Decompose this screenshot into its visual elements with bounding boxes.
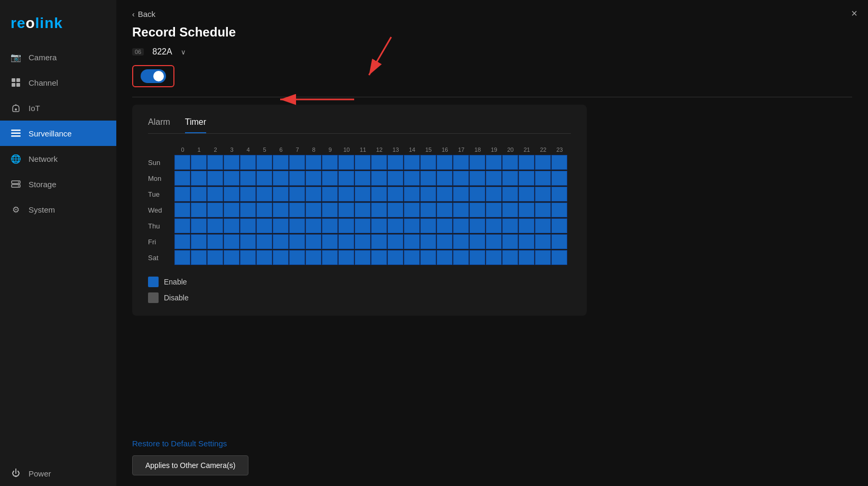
- grid-cell[interactable]: [306, 250, 321, 265]
- grid-cell[interactable]: [535, 155, 551, 170]
- grid-cell[interactable]: [502, 218, 518, 233]
- grid-cell[interactable]: [289, 187, 305, 201]
- grid-cell[interactable]: [306, 234, 321, 249]
- grid-cell[interactable]: [256, 187, 272, 201]
- grid-cell[interactable]: [306, 155, 321, 170]
- grid-cell[interactable]: [273, 155, 289, 170]
- grid-cell[interactable]: [486, 171, 502, 186]
- grid-cell[interactable]: [387, 218, 403, 233]
- grid-cell[interactable]: [256, 203, 272, 217]
- grid-cell[interactable]: [191, 155, 207, 170]
- close-button[interactable]: ×: [851, 7, 857, 20]
- grid-cell[interactable]: [289, 203, 305, 217]
- grid-cell[interactable]: [256, 171, 272, 186]
- grid-cell[interactable]: [174, 203, 190, 217]
- grid-cell[interactable]: [453, 250, 469, 265]
- grid-cell[interactable]: [322, 250, 338, 265]
- grid-cell[interactable]: [306, 171, 321, 186]
- grid-cell[interactable]: [404, 234, 420, 249]
- restore-defaults-link[interactable]: Restore to Default Settings: [132, 439, 555, 448]
- grid-cell[interactable]: [322, 234, 338, 249]
- grid-cell[interactable]: [519, 171, 534, 186]
- grid-cell[interactable]: [535, 234, 551, 249]
- grid-cell[interactable]: [355, 234, 371, 249]
- grid-cell[interactable]: [551, 203, 567, 217]
- back-button[interactable]: ‹ Back: [132, 10, 155, 19]
- apply-to-cameras-button[interactable]: Applies to Other Camera(s): [132, 455, 248, 475]
- grid-cell[interactable]: [387, 187, 403, 201]
- grid-cell[interactable]: [420, 234, 436, 249]
- sidebar-item-iot[interactable]: IoT: [0, 95, 116, 121]
- grid-cell[interactable]: [224, 155, 239, 170]
- grid-cell[interactable]: [469, 203, 485, 217]
- grid-cell[interactable]: [387, 203, 403, 217]
- grid-cell[interactable]: [535, 203, 551, 217]
- grid-cell[interactable]: [371, 250, 387, 265]
- grid-cell[interactable]: [371, 203, 387, 217]
- grid-cell[interactable]: [191, 250, 207, 265]
- grid-cell[interactable]: [420, 218, 436, 233]
- grid-cell[interactable]: [273, 250, 289, 265]
- grid-cell[interactable]: [404, 187, 420, 201]
- grid-cell[interactable]: [404, 203, 420, 217]
- grid-cell[interactable]: [437, 234, 453, 249]
- grid-cell[interactable]: [371, 187, 387, 201]
- grid-cell[interactable]: [420, 203, 436, 217]
- grid-cell[interactable]: [174, 187, 190, 201]
- record-enable-toggle[interactable]: [141, 69, 166, 83]
- grid-cell[interactable]: [453, 203, 469, 217]
- grid-cell[interactable]: [486, 203, 502, 217]
- grid-cell[interactable]: [338, 234, 354, 249]
- grid-cell[interactable]: [322, 171, 338, 186]
- grid-cell[interactable]: [502, 250, 518, 265]
- grid-cell[interactable]: [240, 187, 256, 201]
- grid-cell[interactable]: [551, 218, 567, 233]
- grid-cell[interactable]: [519, 234, 534, 249]
- grid-cell[interactable]: [387, 234, 403, 249]
- sidebar-item-surveillance[interactable]: Surveillance: [0, 121, 116, 146]
- grid-cell[interactable]: [502, 171, 518, 186]
- grid-cell[interactable]: [224, 218, 239, 233]
- grid-cell[interactable]: [453, 218, 469, 233]
- grid-cell[interactable]: [191, 203, 207, 217]
- grid-cell[interactable]: [207, 203, 223, 217]
- grid-cell[interactable]: [240, 218, 256, 233]
- grid-cell[interactable]: [437, 203, 453, 217]
- grid-cell[interactable]: [519, 218, 534, 233]
- power-button[interactable]: ⏻ Power: [0, 461, 116, 486]
- grid-cell[interactable]: [355, 218, 371, 233]
- grid-cell[interactable]: [273, 203, 289, 217]
- grid-cell[interactable]: [535, 187, 551, 201]
- grid-cell[interactable]: [420, 250, 436, 265]
- grid-cell[interactable]: [256, 218, 272, 233]
- grid-cell[interactable]: [322, 218, 338, 233]
- tab-alarm[interactable]: Alarm: [148, 117, 170, 133]
- grid-cell[interactable]: [486, 234, 502, 249]
- grid-cell[interactable]: [174, 250, 190, 265]
- sidebar-item-system[interactable]: ⚙ System: [0, 197, 116, 222]
- grid-cell[interactable]: [420, 155, 436, 170]
- sidebar-item-channel[interactable]: Channel: [0, 70, 116, 95]
- grid-cell[interactable]: [338, 218, 354, 233]
- grid-cell[interactable]: [355, 187, 371, 201]
- grid-cell[interactable]: [355, 171, 371, 186]
- grid-cell[interactable]: [371, 234, 387, 249]
- grid-cell[interactable]: [420, 171, 436, 186]
- grid-cell[interactable]: [371, 171, 387, 186]
- grid-cell[interactable]: [273, 187, 289, 201]
- grid-cell[interactable]: [322, 203, 338, 217]
- grid-cell[interactable]: [191, 218, 207, 233]
- grid-cell[interactable]: [453, 155, 469, 170]
- grid-cell[interactable]: [437, 187, 453, 201]
- grid-cell[interactable]: [437, 218, 453, 233]
- grid-cell[interactable]: [174, 218, 190, 233]
- grid-cell[interactable]: [404, 171, 420, 186]
- sidebar-item-camera[interactable]: 📷 Camera: [0, 44, 116, 70]
- grid-cell[interactable]: [486, 218, 502, 233]
- grid-cell[interactable]: [338, 171, 354, 186]
- grid-cell[interactable]: [240, 203, 256, 217]
- grid-cell[interactable]: [289, 171, 305, 186]
- grid-cell[interactable]: [174, 171, 190, 186]
- grid-cell[interactable]: [207, 187, 223, 201]
- grid-cell[interactable]: [469, 171, 485, 186]
